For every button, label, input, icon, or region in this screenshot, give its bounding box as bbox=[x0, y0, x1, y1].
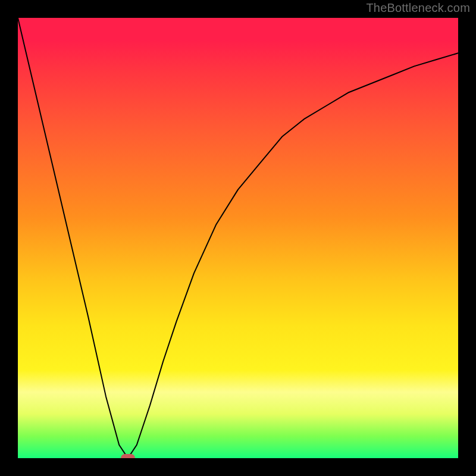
chart-frame: TheBottleneck.com bbox=[0, 0, 476, 476]
attribution-text: TheBottleneck.com bbox=[366, 1, 470, 15]
curve-path bbox=[18, 18, 458, 458]
marker-dot bbox=[121, 454, 135, 458]
plot-area bbox=[18, 18, 458, 458]
curve-svg bbox=[18, 18, 458, 458]
